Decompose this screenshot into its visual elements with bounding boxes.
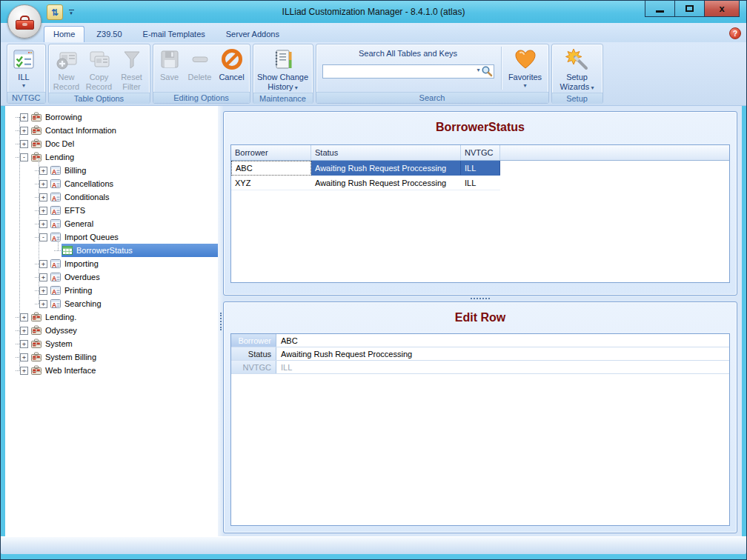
edit-field-value[interactable]: Awaiting Rush Request Proccessing: [276, 347, 729, 360]
tree-item-content: AOverdues: [50, 270, 103, 284]
tab-server-addons[interactable]: Server Addons: [217, 27, 288, 42]
ribbon-button-label: Setup Wizards ▾: [555, 73, 600, 91]
vertical-splitter[interactable]: [218, 106, 223, 536]
grid-cell-borrower[interactable]: ABC: [231, 161, 311, 176]
tree-expander-collapsed[interactable]: +: [20, 127, 28, 135]
maximize-button[interactable]: [674, 1, 705, 17]
tree-item-borrowerstatus[interactable]: BorrowerStatus: [5, 244, 218, 257]
tree-item-conditionals[interactable]: +AConditionals: [5, 190, 218, 204]
tree-expander-collapsed[interactable]: +: [39, 287, 47, 295]
application-menu-button[interactable]: [7, 4, 42, 39]
tree-item-system-billing[interactable]: +System Billing: [5, 350, 218, 364]
tree-item-content: AImport Queues: [50, 230, 122, 244]
edit-field-status: StatusAwaiting Rush Request Proccessing: [231, 347, 729, 361]
tree-expander-collapsed[interactable]: +: [39, 207, 47, 215]
tree-item-searching[interactable]: +ASearching: [5, 297, 218, 310]
tab-home[interactable]: Home: [44, 26, 84, 42]
tree-item-import-queues[interactable]: -AImport Queues: [5, 230, 218, 244]
tab-e-mail-templates[interactable]: E-mail Templates: [134, 27, 214, 42]
tree-expander-expanded[interactable]: -: [20, 153, 28, 161]
tree-expander-collapsed[interactable]: +: [39, 180, 47, 188]
chevron-down-icon[interactable]: ▾: [477, 67, 479, 73]
tree-item-overdues[interactable]: +AOverdues: [5, 270, 218, 284]
ribbon-button-copy-record[interactable]: Copy Record: [83, 45, 116, 92]
ribbon-button-setup-wizards[interactable]: Setup Wizards ▾: [554, 45, 601, 92]
main-content: +Borrowing+Contact Information+Doc Del-L…: [5, 106, 742, 536]
ribbon-button-delete[interactable]: Delete: [185, 45, 216, 91]
ribbon-button-ill[interactable]: ILL▾: [9, 45, 39, 91]
ribbon-group-caption: Search: [316, 92, 548, 103]
tree-expander-collapsed[interactable]: +: [20, 140, 28, 148]
tree-expander-expanded[interactable]: -: [39, 233, 47, 241]
tree-item-content: System: [30, 337, 76, 350]
ribbon-button-favorites[interactable]: Favorites▾: [504, 45, 547, 91]
minimize-button[interactable]: [645, 1, 675, 17]
tree-item-importing[interactable]: +AImporting: [5, 257, 218, 270]
tree-item-label: BorrowerStatus: [76, 246, 133, 255]
grid-cell-nvtgc[interactable]: ILL: [461, 176, 500, 190]
tree-expander-collapsed[interactable]: +: [20, 340, 28, 348]
tree-expander-collapsed[interactable]: +: [39, 260, 47, 268]
help-button[interactable]: ?: [729, 27, 741, 39]
ribbon-button-save[interactable]: Save: [155, 45, 185, 91]
tree-item-general[interactable]: +AGeneral: [5, 217, 218, 230]
ribbon-button-show-change-history[interactable]: Show Change History ▾: [255, 45, 311, 92]
grid-row-1[interactable]: XYZAwaiting Rush Request ProccessingILL: [231, 176, 729, 190]
tree-expander-collapsed[interactable]: +: [39, 220, 47, 228]
grid-header-cell-nvtgc[interactable]: NVTGC: [461, 145, 500, 160]
tree-item-content: Contact Information: [30, 124, 119, 137]
tab-z39-50[interactable]: Z39.50: [87, 27, 130, 42]
ribbon-button-new-record[interactable]: New Record: [50, 45, 83, 92]
tree-expander-collapsed[interactable]: +: [39, 273, 47, 281]
table-group-icon: A: [50, 178, 62, 190]
tree-expander-collapsed[interactable]: +: [20, 327, 28, 335]
tree-item-contact-information[interactable]: +Contact Information: [5, 124, 218, 137]
ribbon-group-caption: NVTGC: [7, 92, 45, 103]
tree-item-cancellations[interactable]: +ACancellations: [5, 177, 218, 190]
search-icon[interactable]: [481, 65, 493, 77]
category-icon: [30, 364, 42, 376]
close-button[interactable]: x: [704, 1, 740, 17]
grid-row-0[interactable]: ABCAwaiting Rush Request ProccessingILL: [231, 161, 729, 176]
edit-field-value[interactable]: ILL: [276, 361, 729, 373]
ribbon-group-items: ILL▾: [7, 44, 45, 92]
tree-item-doc-del[interactable]: +Doc Del: [5, 137, 218, 150]
grid-cell-status[interactable]: Awaiting Rush Request Proccessing: [311, 161, 461, 176]
window-border-right: [742, 106, 746, 536]
tree-expander-collapsed[interactable]: +: [39, 193, 47, 201]
tree-item-lending[interactable]: -Lending: [5, 150, 218, 164]
edit-field-value[interactable]: ABC: [276, 334, 729, 347]
svg-text:A: A: [52, 235, 56, 242]
grid-header-cell-borrower[interactable]: Borrower: [231, 145, 311, 160]
tree-item-system[interactable]: +System: [5, 337, 218, 350]
ribbon-button-cancel[interactable]: Cancel: [216, 45, 248, 91]
tree-expander-collapsed[interactable]: +: [20, 113, 28, 121]
tree-item-label: System Billing: [45, 353, 96, 361]
grid-cell-nvtgc[interactable]: ILL: [461, 161, 500, 176]
tree-item-borrowing[interactable]: +Borrowing: [5, 110, 218, 124]
tree-item-odyssey[interactable]: +Odyssey: [5, 324, 218, 337]
ribbon-group-caption: Setup: [552, 93, 602, 104]
chevron-down-icon: ▾: [523, 83, 526, 89]
delete-icon: [188, 47, 212, 71]
ribbon-button-label: Show Change History ▾: [256, 73, 310, 91]
grid-header-cell-status[interactable]: Status: [311, 145, 461, 160]
tree-item-lending[interactable]: +Lending.: [5, 310, 218, 324]
category-icon: [30, 138, 42, 150]
search-input[interactable]: [322, 64, 494, 79]
titlebar: ⇅ ▾ ILLiad Customization Manager - 8.4.1…: [1, 1, 746, 23]
tree-expander-collapsed[interactable]: +: [20, 353, 28, 361]
tree-item-efts[interactable]: +AEFTS: [5, 204, 218, 217]
horizontal-splitter[interactable]: [223, 296, 737, 301]
ribbon-button-reset-filter[interactable]: Reset Filter: [116, 45, 148, 92]
tree-item-printing[interactable]: +APrinting: [5, 284, 218, 297]
ribbon-group-editing-options: SaveDeleteCancelEditing Options: [153, 44, 250, 104]
tree-expander-collapsed[interactable]: +: [39, 300, 47, 308]
grid-cell-status[interactable]: Awaiting Rush Request Proccessing: [311, 176, 461, 190]
grid-cell-borrower[interactable]: XYZ: [231, 176, 311, 190]
tree-item-billing[interactable]: +ABilling: [5, 164, 218, 177]
tree-expander-collapsed[interactable]: +: [39, 167, 47, 175]
tree-expander-collapsed[interactable]: +: [20, 313, 28, 321]
tree-item-web-interface[interactable]: +Web Interface: [5, 364, 218, 377]
tree-expander-collapsed[interactable]: +: [20, 367, 28, 375]
